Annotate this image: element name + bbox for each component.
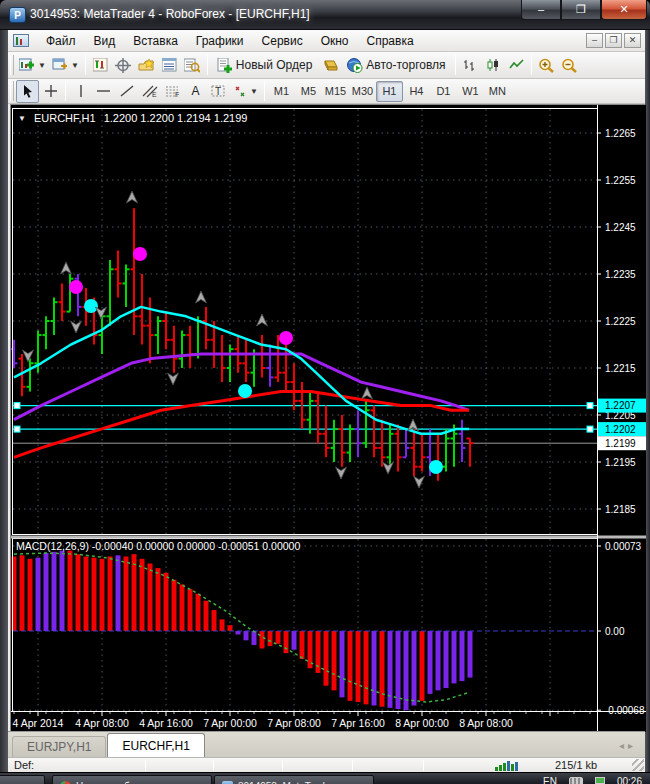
svg-text:1.2215: 1.2215 xyxy=(605,363,636,374)
timeframe-m5[interactable]: M5 xyxy=(295,81,322,102)
child-restore-button[interactable]: ❐ xyxy=(605,33,622,48)
svg-text:0.00: 0.00 xyxy=(605,626,625,637)
svg-text:1.2225: 1.2225 xyxy=(605,316,636,327)
profiles-button[interactable]: ▼ xyxy=(49,54,82,77)
fibonacci-tool-button[interactable]: F xyxy=(161,80,184,103)
experts-button[interactable] xyxy=(318,54,341,77)
crosshair-button[interactable] xyxy=(112,54,135,77)
toolbar-separator xyxy=(85,55,86,76)
timeframe-h4[interactable]: H4 xyxy=(403,81,430,102)
chevron-down-icon: ▼ xyxy=(38,61,46,70)
child-minimize-button[interactable]: – xyxy=(586,33,603,48)
symbol-dropdown-icon[interactable]: ▼ xyxy=(18,114,26,123)
svg-text:1.2265: 1.2265 xyxy=(605,128,636,139)
svg-text:1.2255: 1.2255 xyxy=(605,175,636,186)
taskbar-button-chrome[interactable]: Новое сообщение xyxy=(52,775,212,784)
menu-file[interactable]: Файл xyxy=(37,31,85,51)
timeframe-m1[interactable]: M1 xyxy=(268,81,295,102)
timeframe-h1[interactable]: H1 xyxy=(376,81,403,102)
menu-service[interactable]: Сервис xyxy=(253,31,312,51)
close-button[interactable]: ✕ xyxy=(601,0,647,20)
toolbar-separator xyxy=(264,81,265,100)
menu-window[interactable]: Окно xyxy=(312,31,358,51)
svg-text:8 Apr 00:00: 8 Apr 00:00 xyxy=(395,717,449,729)
candle-chart-type-icon xyxy=(486,58,500,72)
bar-chart-type-icon xyxy=(463,58,477,72)
chart-canvas[interactable]: 1.22651.22551.22451.22351.22251.22151.22… xyxy=(11,105,646,732)
clock: 00:26 xyxy=(617,776,642,784)
svg-text:7 Apr 08:00: 7 Apr 08:00 xyxy=(267,717,321,729)
chevron-down-icon: ▼ xyxy=(250,87,258,96)
taskbar-button-partial[interactable]: er 4 xyxy=(0,775,45,784)
trendline-icon xyxy=(120,84,134,98)
channel-tool-button[interactable]: E xyxy=(138,80,161,103)
toolbar-grip[interactable] xyxy=(10,81,14,100)
trendline-tool-button[interactable] xyxy=(115,80,138,103)
window-title: 3014953: MetaTrader 4 - RoboForex - [EUR… xyxy=(30,7,310,21)
hline-tool-button[interactable] xyxy=(92,80,115,103)
panel-splitter[interactable] xyxy=(11,536,646,539)
chart-tabbar: EURJPY,H1 EURCHF,H1 ◂▸ xyxy=(8,731,645,757)
language-indicator[interactable]: EN xyxy=(543,776,557,784)
tab-eurjpy[interactable]: EURJPY,H1 xyxy=(12,736,106,757)
toolbar-grip[interactable] xyxy=(10,55,14,76)
menu-view[interactable]: Вид xyxy=(85,31,125,51)
menu-help[interactable]: Справка xyxy=(358,31,423,51)
text-tool-button[interactable]: A xyxy=(184,80,207,103)
autotrading-button[interactable]: Авто-торговля xyxy=(341,54,451,77)
timeframe-mn[interactable]: MN xyxy=(484,81,511,102)
arrows-tool-button[interactable]: ▼ xyxy=(230,80,261,103)
tab-eurchf[interactable]: EURCHF,H1 xyxy=(107,733,204,757)
vline-tool-button[interactable] xyxy=(69,80,92,103)
autotrading-label: Авто-торговля xyxy=(366,58,445,72)
timeframe-w1[interactable]: W1 xyxy=(457,81,484,102)
chart-ohlc-values: 1.2200 1.2200 1.2194 1.2199 xyxy=(104,112,248,124)
new-order-button[interactable]: Новый Ордер xyxy=(211,54,318,77)
timeframe-m15[interactable]: M15 xyxy=(322,81,349,102)
tick-chart-button[interactable] xyxy=(89,54,112,77)
favorites-button[interactable] xyxy=(135,54,158,77)
new-chart-button[interactable]: ▼ xyxy=(16,54,49,77)
minimize-button[interactable]: – xyxy=(521,0,561,20)
toolbar-separator xyxy=(65,81,66,100)
menubar: Файл Вид Вставка Графики Сервис Окно Спр… xyxy=(8,30,645,52)
cursor-tool-button[interactable] xyxy=(16,80,39,103)
svg-text:1.2202: 1.2202 xyxy=(605,424,636,435)
data-window-button[interactable] xyxy=(181,54,204,77)
chart-surface[interactable]: ▼ EURCHF,H1 1.2200 1.2200 1.2194 1.2199 … xyxy=(10,104,645,731)
label-tool-button[interactable]: T xyxy=(207,80,230,103)
crosshair-tool-button[interactable] xyxy=(39,80,62,103)
keyboard-icon[interactable] xyxy=(569,777,583,784)
menu-charts[interactable]: Графики xyxy=(187,31,253,51)
equidistant-channel-icon: E xyxy=(142,84,158,98)
titlebar[interactable]: P 3014953: MetaTrader 4 - RoboForex - [E… xyxy=(0,0,650,30)
menu-insert[interactable]: Вставка xyxy=(124,31,187,51)
svg-text:F: F xyxy=(175,91,179,98)
zoom-out-button[interactable] xyxy=(558,54,581,77)
timeframe-d1[interactable]: D1 xyxy=(430,81,457,102)
network-icon[interactable] xyxy=(595,777,605,784)
traffic-counter: 215/1 kb xyxy=(555,759,597,771)
zoom-in-button[interactable] xyxy=(535,54,558,77)
text-label-icon: T xyxy=(211,84,226,98)
resize-grip[interactable] xyxy=(632,759,644,771)
line-chart-type-button[interactable] xyxy=(505,54,528,77)
bar-chart-type-button[interactable] xyxy=(459,54,482,77)
chart-window-icon xyxy=(13,34,29,47)
tab-scroll-arrows[interactable]: ◂▸ xyxy=(619,740,637,751)
child-close-button[interactable]: ✕ xyxy=(624,33,641,48)
tick-chart-icon xyxy=(93,58,108,72)
timeframe-m30[interactable]: M30 xyxy=(349,81,376,102)
client-area: Файл Вид Вставка Графики Сервис Окно Спр… xyxy=(8,30,645,772)
candle-chart-type-button[interactable] xyxy=(482,54,505,77)
toolbar-separator xyxy=(207,55,208,76)
fibonacci-icon: F xyxy=(165,84,181,98)
svg-text:4 Apr 16:00: 4 Apr 16:00 xyxy=(139,717,193,729)
svg-text:7 Apr 16:00: 7 Apr 16:00 xyxy=(331,717,385,729)
chart-symbol-label: EURCHF,H1 xyxy=(34,112,96,124)
market-watch-button[interactable] xyxy=(158,54,181,77)
taskbar-button-metatrader[interactable]: P 3014953: MetaTrader xyxy=(214,775,374,784)
new-order-icon xyxy=(217,58,233,73)
maximize-button[interactable]: ❐ xyxy=(561,0,601,20)
window-border-left xyxy=(0,30,8,772)
